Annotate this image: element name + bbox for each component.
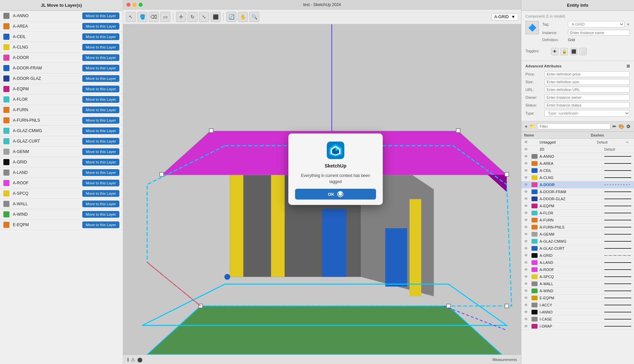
tag-color-box[interactable]: [531, 274, 538, 279]
move-to-layer-button[interactable]: Move to this Layer: [82, 75, 119, 82]
tag-visibility-icon[interactable]: 👁: [524, 147, 529, 152]
tag-color-box[interactable]: [531, 260, 538, 265]
receive-shadow-toggle[interactable]: ⬜: [579, 48, 587, 55]
tag-color-box[interactable]: [531, 324, 538, 329]
tag-visibility-icon[interactable]: 👁: [524, 310, 529, 314]
type-select[interactable]: Type: <undefined>: [544, 110, 630, 117]
tag-visibility-icon[interactable]: 👁: [524, 253, 529, 258]
pan-tool[interactable]: ✋: [238, 12, 248, 22]
move-to-layer-button[interactable]: Move to this Layer: [82, 201, 119, 207]
tag-row[interactable]: 👁A-DOOR-FRAM: [521, 188, 634, 195]
tag-visibility-icon[interactable]: 👁: [524, 260, 529, 265]
move-to-layer-button[interactable]: Move to this Layer: [82, 65, 119, 71]
tag-color-box[interactable]: [531, 154, 538, 159]
select-tool[interactable]: ↖: [126, 12, 136, 22]
lock-toggle[interactable]: 🔒: [560, 48, 568, 55]
tag-color-box[interactable]: [531, 218, 538, 222]
tag-visibility-icon[interactable]: 👁: [524, 281, 529, 286]
tag-row[interactable]: 👁I-CASE: [521, 316, 634, 323]
tag-visibility-icon[interactable]: 👁: [524, 182, 529, 187]
tag-visibility-icon[interactable]: 👁: [524, 274, 529, 279]
viewport[interactable]: SketchUp Everything in current context h…: [123, 24, 521, 355]
add-tag-icon[interactable]: +: [525, 124, 527, 129]
maximize-dot[interactable]: [139, 3, 143, 7]
tag-color-box[interactable]: [531, 303, 538, 307]
tag-color-box[interactable]: [531, 267, 538, 272]
zoom-tool[interactable]: 🔍: [249, 12, 259, 22]
tag-visibility-icon[interactable]: 👁: [524, 140, 529, 145]
tag-edit-icon[interactable]: ✏: [612, 124, 616, 129]
tag-row[interactable]: 👁A-GLAZ-CURT: [521, 245, 634, 252]
size-input[interactable]: [544, 79, 630, 85]
minimize-dot[interactable]: [133, 3, 137, 7]
tag-visibility-icon[interactable]: 👁: [524, 225, 529, 230]
tag-color-box[interactable]: [531, 281, 538, 286]
rect-tool[interactable]: ▭: [160, 12, 170, 22]
visibility-toggle[interactable]: 👁: [551, 48, 558, 55]
layer-selector[interactable]: A-GRID ▼: [491, 13, 518, 21]
tag-visibility-icon[interactable]: 👁: [524, 324, 529, 329]
tag-row[interactable]: 👁A-CLNG: [521, 174, 634, 181]
tag-row[interactable]: 👁A-SPCQ: [521, 273, 634, 280]
tag-visibility-icon[interactable]: 👁: [524, 161, 529, 166]
tag-row[interactable]: 👁A-GLAZ-CMWG: [521, 238, 634, 245]
tag-row[interactable]: 👁UntaggedDefault✏: [521, 139, 634, 146]
tag-visibility-icon[interactable]: 👁: [524, 204, 529, 208]
tag-row[interactable]: 👁A-FLOR: [521, 210, 634, 217]
owner-input[interactable]: [544, 94, 630, 100]
tag-visibility-icon[interactable]: 👁: [524, 196, 529, 201]
status-input[interactable]: [544, 102, 630, 108]
tag-row[interactable]: 👁A-ROOF: [521, 266, 634, 273]
move-tool[interactable]: ✛: [176, 12, 186, 22]
url-input[interactable]: [544, 87, 630, 93]
tag-row[interactable]: 👁A-FURN-PNLS: [521, 224, 634, 231]
move-to-layer-button[interactable]: Move to this Layer: [82, 117, 119, 124]
filter-input[interactable]: [537, 123, 610, 129]
tag-visibility-icon[interactable]: 👁: [524, 239, 529, 244]
dialog-ok-button[interactable]: OK: [295, 189, 376, 200]
move-to-layer-button[interactable]: Move to this Layer: [82, 169, 119, 176]
tag-color-box[interactable]: [531, 175, 538, 180]
tag-visibility-icon[interactable]: 👁: [524, 317, 529, 322]
push-tool[interactable]: ⬛: [210, 12, 221, 22]
move-to-layer-button[interactable]: Move to this Layer: [82, 96, 119, 103]
move-to-layer-button[interactable]: Move to this Layer: [82, 138, 119, 145]
tag-visibility-icon[interactable]: 👁: [524, 246, 529, 251]
move-to-layer-button[interactable]: Move to this Layer: [82, 190, 119, 197]
paint-tool[interactable]: 🪣: [137, 12, 147, 22]
tag-row[interactable]: 👁A-AREA: [521, 160, 634, 167]
tag-row[interactable]: 👁A-GENM: [521, 231, 634, 238]
tag-row[interactable]: 👁A-EQPM: [521, 203, 634, 210]
tag-color-box[interactable]: [531, 161, 538, 166]
tag-color-box[interactable]: [531, 246, 538, 251]
rotate-tool[interactable]: ↻: [188, 12, 198, 22]
tag-color-box[interactable]: [531, 196, 538, 201]
move-to-layer-button[interactable]: Move to this Layer: [82, 211, 119, 218]
tag-row[interactable]: 👁E-EQPM: [521, 295, 634, 302]
tag-color-box[interactable]: [531, 182, 538, 187]
move-to-layer-button[interactable]: Move to this Layer: [82, 221, 119, 228]
move-to-layer-button[interactable]: Move to this Layer: [82, 180, 119, 186]
orbit-tool[interactable]: 🔄: [226, 12, 236, 22]
scale-tool[interactable]: ⤡: [199, 12, 209, 22]
tag-visibility-icon[interactable]: 👁: [524, 303, 529, 307]
tag-row[interactable]: 👁A-DOOR-GLAZ: [521, 195, 634, 203]
tag-visibility-icon[interactable]: 👁: [524, 267, 529, 272]
tag-color-box[interactable]: [531, 204, 538, 208]
tag-row[interactable]: 👁A-CEIL: [521, 167, 634, 174]
price-input[interactable]: [544, 71, 630, 77]
tag-visibility-icon[interactable]: 👁: [524, 189, 529, 194]
tag-color-icon[interactable]: 🎨: [618, 124, 624, 129]
tag-row[interactable]: 👁A-FURN: [521, 217, 634, 224]
tag-color-box[interactable]: [531, 211, 538, 215]
tag-color-box[interactable]: [531, 225, 538, 230]
tag-color-box[interactable]: [531, 289, 538, 293]
move-to-layer-button[interactable]: Move to this Layer: [82, 127, 119, 134]
move-to-layer-button[interactable]: Move to this Layer: [82, 44, 119, 51]
tag-color-box[interactable]: [531, 296, 538, 300]
tag-row[interactable]: 👁A-DOOR: [521, 181, 634, 188]
tag-row[interactable]: 👁I-ANNO: [521, 309, 634, 316]
shadow-toggle[interactable]: ⬛: [570, 48, 577, 55]
tag-row[interactable]: 👁A-WIND: [521, 287, 634, 295]
tag-color-box[interactable]: [531, 239, 538, 244]
